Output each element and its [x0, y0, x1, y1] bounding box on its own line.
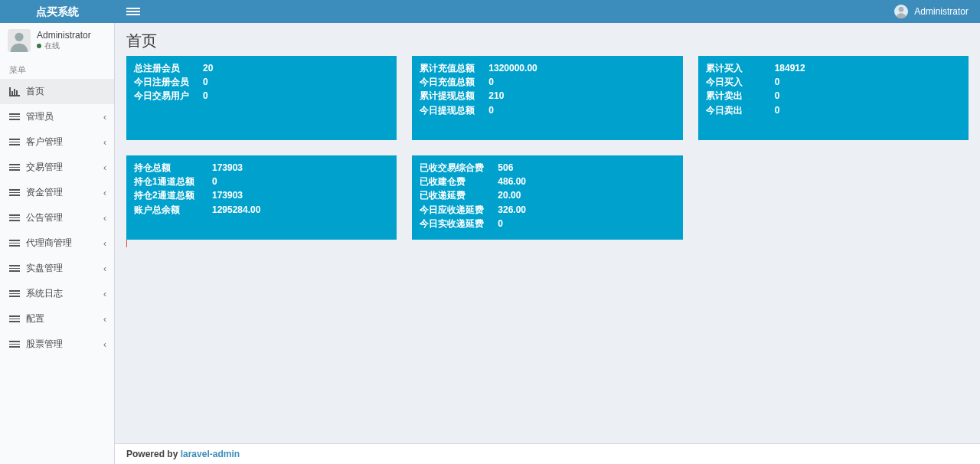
content: 总注册会员20今日注册会员0今日交易用户0 累计充值总额1320000.00今日… — [115, 56, 980, 443]
empty-card — [698, 155, 969, 240]
stat-value: 0 — [212, 175, 217, 188]
sidebar-item-1[interactable]: 管理员 — [0, 104, 114, 129]
stat-label: 今日注册会员 — [134, 76, 194, 88]
stat-row: 累计买入184912 — [706, 62, 961, 74]
stat-label: 今日卖出 — [706, 104, 766, 116]
top-header: 点买系统 Administrator — [0, 0, 980, 23]
sidebar: Administrator 在线 菜单 首页管理员‹客户管理‹交易管理‹资金管理… — [0, 23, 115, 464]
stat-label: 累计充值总额 — [420, 62, 479, 74]
sidebar-menu: 首页管理员‹客户管理‹交易管理‹资金管理‹公告管理‹代理商管理‹实盘管理‹系统日… — [0, 79, 114, 357]
stat-value: 0 — [488, 104, 494, 116]
stat-row: 累计提现总额210 — [420, 90, 675, 102]
user-name: Administrator — [37, 30, 91, 41]
stat-row: 已收交易综合费506 — [420, 162, 675, 174]
stat-row: 今日交易用户0 — [134, 90, 389, 102]
stat-value: 0 — [498, 217, 503, 230]
stat-label: 累计提现总额 — [420, 90, 479, 102]
stat-row: 累计卖出0 — [706, 90, 961, 102]
card-row-1: 持仓总额173903持仓1通道总额0持仓2通道总额173903账户总余额1295… — [126, 155, 969, 240]
stat-value: 1295284.00 — [212, 204, 260, 216]
user-avatar — [8, 29, 31, 52]
bars-icon — [9, 264, 20, 273]
stat-label: 今日买入 — [706, 76, 766, 88]
chevron-left-icon: ‹ — [103, 213, 106, 224]
content-header: 首页 — [115, 23, 980, 56]
trade-card: 累计买入184912今日买入0累计卖出0今日卖出0 — [698, 56, 969, 140]
stat-row: 今日提现总额0 — [420, 104, 675, 116]
funds-card: 累计充值总额1320000.00今日充值总额0累计提现总额210今日提现总额0 — [412, 56, 682, 140]
stat-value: 20.00 — [498, 189, 521, 201]
stat-label: 总注册会员 — [134, 62, 194, 74]
stat-row: 今日注册会员0 — [134, 76, 389, 88]
sidebar-item-9[interactable]: 配置 — [0, 306, 114, 332]
stat-value: 210 — [488, 90, 504, 102]
stat-row: 账户总余额1295284.00 — [134, 204, 389, 216]
bars-icon — [9, 138, 20, 146]
stat-label: 今日交易用户 — [134, 90, 194, 102]
stat-label: 今日提现总额 — [420, 104, 479, 116]
page-title: 首页 — [126, 31, 969, 51]
sidebar-item-2[interactable]: 客户管理 — [0, 129, 114, 155]
chevron-left-icon: ‹ — [103, 238, 106, 249]
stat-label: 今日应收递延费 — [420, 204, 488, 216]
stat-value: 506 — [498, 162, 513, 174]
sidebar-toggle[interactable] — [126, 6, 140, 17]
stat-label: 已收交易综合费 — [420, 162, 488, 174]
svg-point-0 — [899, 7, 904, 12]
bars-icon — [9, 214, 20, 222]
stat-row: 总注册会员20 — [134, 62, 389, 74]
members-card: 总注册会员20今日注册会员0今日交易用户0 — [126, 56, 397, 140]
stat-label: 今日实收递延费 — [420, 217, 488, 230]
stat-value: 0 — [203, 76, 208, 88]
avatar-icon[interactable] — [894, 5, 908, 18]
sidebar-item-3[interactable]: 交易管理 — [0, 155, 114, 180]
chart-icon — [9, 87, 20, 96]
stat-row: 今日实收递延费0 — [420, 217, 675, 230]
menu-label: 系统日志 — [26, 287, 63, 300]
stat-label: 累计卖出 — [706, 90, 766, 102]
chevron-left-icon: ‹ — [103, 263, 106, 274]
stat-value: 0 — [488, 76, 494, 88]
card-row-0: 总注册会员20今日注册会员0今日交易用户0 累计充值总额1320000.00今日… — [126, 56, 969, 140]
content-wrapper: 首页 总注册会员20今日注册会员0今日交易用户0 累计充值总额1320000.0… — [115, 23, 980, 464]
sidebar-item-7[interactable]: 实盘管理 — [0, 256, 114, 281]
nav-right: Administrator — [894, 5, 980, 18]
sidebar-item-5[interactable]: 公告管理 — [0, 205, 114, 230]
bars-icon — [9, 239, 20, 247]
app-logo[interactable]: 点买系统 — [0, 0, 115, 23]
footer-link[interactable]: laravel-admin — [181, 449, 240, 459]
menu-label: 实盘管理 — [26, 262, 63, 275]
menu-header: 菜单 — [0, 58, 114, 79]
sidebar-item-0[interactable]: 首页 — [0, 79, 114, 104]
menu-label: 交易管理 — [26, 161, 63, 174]
stat-label: 今日充值总额 — [420, 76, 479, 88]
stat-row: 累计充值总额1320000.00 — [420, 62, 675, 74]
stat-value: 173903 — [212, 189, 243, 201]
bars-icon — [9, 289, 20, 298]
sidebar-item-8[interactable]: 系统日志 — [0, 281, 114, 306]
bars-icon — [9, 113, 20, 121]
fees-card: 已收交易综合费506已收建仓费486.00已收递延费20.00今日应收递延费32… — [412, 155, 682, 240]
stat-value: 184912 — [775, 62, 805, 74]
chevron-left-icon: ‹ — [103, 339, 106, 350]
stat-row: 持仓1通道总额0 — [134, 175, 389, 188]
menu-label: 管理员 — [26, 110, 54, 123]
chevron-left-icon: ‹ — [103, 137, 106, 148]
sidebar-item-10[interactable]: 股票管理 — [0, 332, 114, 357]
user-panel: Administrator 在线 — [0, 23, 114, 58]
sidebar-item-6[interactable]: 代理商管理 — [0, 230, 114, 256]
bars-icon — [9, 315, 20, 323]
stat-row: 今日应收递延费326.00 — [420, 204, 675, 216]
position-card: 持仓总额173903持仓1通道总额0持仓2通道总额173903账户总余额1295… — [126, 155, 397, 240]
stat-label: 累计买入 — [706, 62, 766, 74]
user-menu[interactable]: Administrator — [914, 6, 969, 17]
menu-label: 股票管理 — [26, 338, 63, 351]
stat-label: 已收建仓费 — [420, 175, 488, 188]
user-status: 在线 — [37, 41, 91, 51]
chevron-left-icon: ‹ — [103, 289, 106, 299]
sidebar-item-4[interactable]: 资金管理 — [0, 180, 114, 205]
stat-row: 今日充值总额0 — [420, 76, 675, 88]
chevron-left-icon: ‹ — [103, 314, 106, 325]
stat-value: 486.00 — [498, 175, 526, 188]
chevron-left-icon: ‹ — [103, 112, 106, 123]
